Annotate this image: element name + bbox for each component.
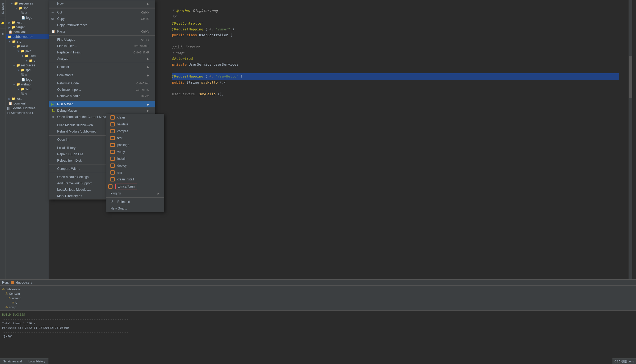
run-tree-comp[interactable]: ⚠ comp (2, 305, 50, 309)
submenu-arrow: ▶ (147, 74, 149, 77)
maven-item-site[interactable]: site (106, 169, 164, 176)
tree-item-wei[interactable]: ▼ 📁 WEI (0, 87, 49, 92)
maven-item-verify[interactable]: verify (106, 148, 164, 155)
local-history-tab[interactable]: Local History (25, 359, 48, 364)
maven-item-validate[interactable]: validate (106, 121, 164, 128)
tree-item-java[interactable]: ▼ 📁 java (0, 49, 49, 53)
code-line-close-comment: */ (172, 14, 619, 20)
menu-item-replace-files[interactable]: Replace in Files... Ctrl+Shift+R (49, 49, 155, 56)
expand-arrow: ▶ (8, 21, 11, 24)
maven-debug-icon: 🐛 (51, 109, 55, 112)
tree-item-pom2[interactable]: 📋 pom.xml (0, 101, 49, 106)
maven-item-deploy[interactable]: deploy (106, 162, 164, 169)
menu-item-cut[interactable]: ✂ Cut Ctrl+X (49, 9, 155, 16)
submenu-arrow: ▶ (147, 103, 149, 106)
folder-icon: 📁 (20, 68, 24, 72)
maven-item-clean-install[interactable]: clean install (106, 176, 164, 183)
maven-tab[interactable]: ⚙ (1, 30, 5, 38)
warning-icon: ⚠ (5, 292, 8, 295)
menu-item-debug-maven[interactable]: 🐛 Debug Maven ▶ (49, 107, 155, 114)
tree-item-c[interactable]: ▼ 📁 c (0, 58, 49, 63)
tree-item-s[interactable]: 🖼 s (0, 72, 49, 77)
menu-item-find-files[interactable]: Find in Files... Ctrl+Shift+F (49, 43, 155, 49)
tree-item-main[interactable]: ▼ 📁 main (0, 44, 49, 49)
code-line-usage: 1 usage (172, 50, 619, 56)
tree-item-spri2[interactable]: ▼ 📁 spri (0, 68, 49, 72)
code-line-request-mapping-say: @RequestMapping ( ⊙∨ "/sayHello" ) (172, 73, 619, 80)
tree-item-loge2[interactable]: 📄 loge (0, 77, 49, 82)
menu-item-run-maven[interactable]: ▶ Run Maven ▶ (49, 101, 155, 107)
folder-icon: 📁 (8, 35, 12, 39)
maven-item-package[interactable]: package (106, 142, 164, 148)
submenu-arrow: ▶ (147, 109, 149, 112)
tree-item-scratches[interactable]: ▶ ⊙ Scratches and C (0, 111, 49, 115)
menu-copy-path-label: Copy Path/Reference... (57, 23, 90, 27)
menu-item-find-usages[interactable]: Find Usages Alt+F7 (49, 37, 155, 43)
maven-item-compile[interactable]: compile (106, 128, 164, 135)
tree-item-resources2[interactable]: ▼ 📁 resources (0, 63, 49, 68)
maven-run-icon: ▶ (51, 102, 54, 106)
menu-debug-maven-label: Debug Maven (57, 109, 77, 112)
menu-item-analyze[interactable]: Analyze ▶ (49, 56, 155, 62)
menu-separator (49, 35, 155, 36)
maven-package-label: package (117, 143, 129, 147)
xml-icon: 📋 (8, 30, 12, 34)
menu-item-reformat[interactable]: Reformat Code Ctrl+Alt+L (49, 80, 155, 87)
expand-arrow: ▼ (21, 54, 24, 57)
maven-item-plugins[interactable]: Plugins ▶ (106, 190, 164, 197)
tree-item-webap[interactable]: ▼ 📁 webap (0, 82, 49, 87)
console-total-time: Total time: 1.056 s (2, 321, 634, 326)
tree-item-target[interactable]: ▶ 📁 target (0, 25, 49, 30)
tree-item-dubbo-web[interactable]: ▼ 📁 dubbo-web D:\ (0, 34, 49, 39)
tree-item-v[interactable]: 🖼 v (0, 92, 49, 96)
run-comp-label: comp (9, 306, 16, 309)
menu-reload-label: Reload from Disk (57, 159, 82, 162)
code-line-author: * @author DingJiaxiong (172, 8, 619, 14)
menu-item-copy-path[interactable]: Copy Path/Reference... (49, 22, 155, 28)
menu-item-refactor[interactable]: Refactor ▶ (49, 64, 155, 70)
tree-item-a[interactable]: 🖼 a (0, 11, 49, 15)
tree-item-test2[interactable]: ▶ 📁 test (0, 96, 49, 101)
maven-item-install[interactable]: install (106, 155, 164, 162)
tree-item-external[interactable]: ▶ ||| External Libraries (0, 106, 49, 111)
expand-arrow: ▼ (11, 2, 13, 5)
tree-item-src[interactable]: ▼ 📁 src (0, 39, 49, 44)
run-tree-resouc[interactable]: ⚠ resouc (2, 296, 50, 300)
tree-item-test[interactable]: ▶ 📁 test (0, 20, 49, 25)
scrollbar[interactable] (629, 0, 632, 279)
menu-item-copy[interactable]: ⧉ Copy Ctrl+C (49, 16, 155, 22)
maven-item-tomcat7-run[interactable]: tomcat7:run (106, 183, 164, 190)
menu-local-history-label: Local History (57, 146, 75, 150)
structure-tab[interactable]: Structure (1, 1, 5, 16)
maven-item-new-goal[interactable]: New Goal... (106, 205, 164, 212)
menu-refactor-label: Refactor (57, 65, 69, 69)
scrollbar-thumb[interactable] (629, 56, 632, 98)
folder-icon: 📁 (11, 21, 15, 24)
code-line-request-mapping-user: @RequestMapping ( ⊙∨ "/user" ) (172, 26, 619, 32)
run-tree-dubbo[interactable]: ⚠ dubbo-serv (2, 287, 50, 291)
maven-new-goal-label: New Goal... (110, 207, 127, 210)
menu-item-new[interactable]: New ▶ (49, 0, 155, 7)
menu-item-bookmarks[interactable]: Bookmarks ▶ (49, 72, 155, 78)
maven-item-reimport[interactable]: ↺ Reimport (106, 198, 164, 205)
tree-item-resources[interactable]: ▼ 📁 resources (0, 1, 49, 6)
menu-item-remove-module[interactable]: Remove Module Delete (49, 93, 155, 99)
tree-item-spri1[interactable]: ▼ 📁 spri (0, 6, 49, 11)
menu-item-optimize[interactable]: Optimize Imports Ctrl+Alt+O (49, 87, 155, 93)
menu-separator (49, 79, 155, 79)
tree-item-com[interactable]: ▼ 📁 com (0, 53, 49, 58)
maven-item-clean[interactable]: clean (106, 114, 164, 121)
tree-item-loge[interactable]: 📄 loge (0, 15, 49, 20)
menu-compare-label: Compare With... (57, 167, 80, 171)
scratches-tab[interactable]: Scratches and (0, 359, 25, 364)
maven-item-test[interactable]: test (106, 135, 164, 142)
run-tree-u[interactable]: ⚠ U (2, 300, 50, 305)
menu-bookmarks-label: Bookmarks (57, 73, 73, 77)
maven-deploy-label: deploy (117, 164, 127, 167)
menu-mark-dir-label: Mark Directory as (57, 194, 82, 198)
menu-item-paste[interactable]: 📋 Paste Ctrl+V (49, 28, 155, 35)
run-tree-com[interactable]: ⚠ Com.din (2, 291, 50, 296)
expand-arrow: ▼ (25, 59, 28, 62)
favorites-tab[interactable]: ⭐ (1, 20, 5, 27)
tree-item-pom1[interactable]: 📋 pom.xml (0, 30, 49, 34)
